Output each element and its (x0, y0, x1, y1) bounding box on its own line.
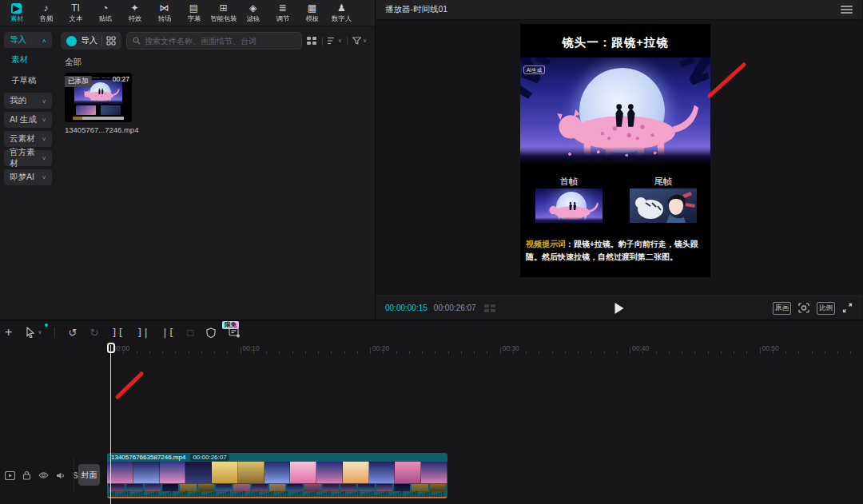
sidebar-item-导入[interactable]: 导入∧ (4, 32, 52, 48)
ruler-tick (435, 351, 435, 354)
last-frame-thumbnail (630, 189, 697, 223)
ribbon-item-label: 文本 (69, 14, 82, 22)
filmstrip-frame (343, 462, 369, 483)
mute-track-icon[interactable] (56, 471, 66, 480)
preview-focus-icon[interactable] (798, 303, 809, 313)
select-tool-button[interactable]: ∨ (25, 327, 42, 338)
ribbon-item-effects[interactable]: ✦特效 (120, 3, 149, 22)
ribbon-item-label: 智能包装 (210, 14, 237, 22)
search-icon (133, 37, 141, 45)
ribbon-item-templates[interactable]: ▦模板 (297, 3, 327, 22)
delete-left-button[interactable]: ]| (137, 327, 149, 339)
mini-frame (358, 484, 374, 491)
playhead-line[interactable] (110, 345, 111, 504)
ribbon-item-audio[interactable]: ♪音频 (31, 3, 61, 22)
ruler-tick (539, 351, 539, 354)
ribbon-item-text[interactable]: TI文本 (61, 3, 90, 22)
lock-track-icon[interactable] (22, 470, 31, 480)
ruler-tick (746, 351, 747, 354)
sidebar-item-label: 素材 (11, 54, 28, 65)
sidebar-item-云素材[interactable]: 云素材∨ (4, 131, 52, 147)
ruler-tick (461, 351, 462, 354)
sidebar-item-子草稿[interactable]: 子草稿 (4, 73, 52, 88)
player-stage: 镜头一：跟镜+拉镜 AI生成 首帧 尾帧 (376, 20, 862, 296)
media-search[interactable] (126, 32, 302, 50)
ruler-tick (578, 351, 579, 354)
mask-button[interactable] (206, 327, 216, 338)
video-track-row: S 封面 13405767663587246.mp4 00:00:26:07 (0, 453, 863, 499)
play-button[interactable] (614, 303, 623, 314)
added-badge: 已添加 (65, 76, 92, 87)
ruler-tick (123, 351, 124, 354)
ruler-tick (305, 351, 306, 354)
ribbon-item-label: 转场 (157, 14, 171, 22)
player-menu-icon[interactable] (841, 6, 853, 14)
ruler-tick (513, 351, 514, 354)
delete-right-button[interactable]: |[ (162, 327, 175, 339)
ribbon-item-filters[interactable]: ◈滤镜 (238, 3, 268, 22)
ribbon-item-transition[interactable]: ⋈转场 (149, 3, 179, 22)
video-filename: 13405767...7246.mp4 (65, 125, 132, 134)
sticker-icon: ◔ (102, 3, 108, 14)
toggle-visibility-icon[interactable] (38, 471, 49, 479)
preview-scene-art: AI生成 (520, 58, 710, 164)
ruler-tick (642, 351, 643, 354)
ruler-tick (189, 351, 189, 354)
video-preview-canvas[interactable]: 镜头一：跟镜+拉镜 AI生成 首帧 尾帧 (520, 24, 710, 277)
sidebar-item-素材[interactable]: 素材 (4, 53, 52, 67)
ruler-tick (214, 351, 215, 354)
sidebar-item-即梦AI[interactable]: 即梦AI∨ (4, 169, 52, 185)
ruler-tick (812, 351, 813, 354)
ribbon-item-digital-human[interactable]: ♟数字人 (327, 3, 356, 22)
video-clip[interactable]: 13405767663587246.mp4 00:00:26:07 (107, 453, 447, 498)
sidebar-item-我的[interactable]: 我的∨ (4, 93, 52, 109)
divider (347, 37, 348, 46)
playhead-handle[interactable] (107, 343, 115, 353)
import-button[interactable]: ↓ 导入 (61, 32, 121, 50)
sidebar-item-AI 生成[interactable]: AI 生成∨ (4, 112, 52, 128)
mini-frame (145, 484, 161, 491)
search-input[interactable] (145, 37, 296, 46)
ruler-tick (591, 351, 591, 354)
scan-import-icon[interactable] (106, 36, 116, 46)
quality-button[interactable]: 原画 (773, 302, 791, 315)
freeze-frame-button[interactable]: □ (187, 327, 193, 339)
redo-button[interactable]: ↻ (89, 327, 98, 339)
sort-button[interactable]: ∨ (328, 37, 342, 45)
ribbon-item-sticker[interactable]: ◔贴纸 (90, 3, 120, 22)
audio-icon: ♪ (44, 3, 49, 14)
video-thumbnail: — ——·—— 已添加 (65, 73, 132, 122)
ratio-button[interactable]: 比例 (817, 302, 835, 315)
time-ruler[interactable]: 00:0000:1000:2000:3000:4000:50 (0, 343, 863, 356)
cover-button[interactable]: 封面 (78, 464, 100, 486)
mini-frame (376, 484, 392, 491)
split-button[interactable]: ][ (111, 327, 124, 339)
mini-frame (287, 484, 303, 491)
sidebar-item-label: AI 生成 (10, 114, 37, 125)
sidebar-item-官方素材[interactable]: 官方素材∨ (4, 150, 52, 166)
ruler-tick (175, 351, 176, 354)
ribbon-item-media[interactable]: ▶素材 (2, 3, 31, 22)
media-card-video[interactable]: — ——·—— 已添加 (65, 73, 132, 134)
filter-button[interactable]: ∨ (352, 37, 367, 45)
undo-button[interactable]: ↺ (68, 327, 77, 339)
grid-view-icon[interactable] (307, 37, 317, 46)
frame-view-icon[interactable] (484, 304, 495, 312)
timeline-toolbar: + ∨ ↺ ↻ ][ ]| |[ □ 限免 (0, 321, 863, 343)
chevron-down-icon: ∨ (42, 136, 46, 141)
clip-mini-thumbnails (109, 484, 446, 491)
ribbon-item-adjust[interactable]: ≣调节 (268, 3, 297, 22)
ribbon-item-smart-package[interactable]: ⊞智能包装 (209, 3, 238, 22)
chevron-down-icon: ∨ (42, 97, 46, 103)
ribbon-item-label: 贴纸 (98, 14, 112, 22)
ruler-tick (331, 351, 332, 354)
add-track-button[interactable]: + (5, 325, 12, 339)
ruler-time-label: 00:20 (372, 344, 389, 352)
fullscreen-icon[interactable] (842, 303, 853, 313)
ruler-tick (708, 351, 709, 354)
ribbon-item-label: 调节 (276, 14, 289, 22)
ribbon-item-captions[interactable]: ▤字幕 (179, 3, 209, 22)
filmstrip-frame (160, 462, 186, 483)
ruler-tick (500, 347, 501, 354)
ruler-tick (694, 351, 695, 354)
